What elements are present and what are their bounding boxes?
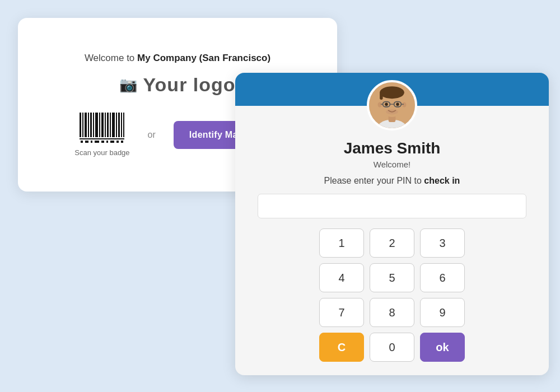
svg-rect-18	[81, 141, 83, 143]
avatar-wrapper	[367, 80, 417, 130]
svg-point-34	[402, 102, 406, 108]
svg-rect-15	[121, 113, 122, 137]
svg-rect-3	[88, 113, 89, 137]
numpad-key-6[interactable]: 6	[420, 263, 465, 292]
avatar	[367, 80, 417, 130]
pin-prompt: Please enter your PIN to check in	[324, 176, 460, 186]
svg-rect-20	[91, 141, 92, 143]
svg-rect-23	[106, 141, 108, 143]
svg-rect-14	[118, 113, 120, 137]
svg-rect-17	[80, 138, 124, 139]
pin-prompt-prefix: Please enter your PIN to	[324, 176, 424, 185]
svg-point-40	[385, 102, 388, 105]
svg-rect-4	[90, 113, 92, 137]
numpad-key-0[interactable]: 0	[370, 333, 414, 362]
svg-rect-6	[95, 113, 98, 137]
user-name: James Smith	[344, 139, 441, 157]
svg-rect-1	[82, 113, 83, 137]
right-card: James Smith Welcome! Please enter your P…	[235, 73, 549, 375]
numpad-key-5[interactable]: 5	[370, 263, 414, 292]
svg-rect-16	[123, 113, 124, 137]
pin-input[interactable]	[258, 194, 526, 218]
svg-rect-32	[380, 92, 382, 100]
numpad-key-7[interactable]: 7	[319, 298, 364, 327]
numpad-key-2[interactable]: 2	[370, 228, 414, 258]
svg-rect-8	[101, 113, 104, 137]
clear-button[interactable]: C	[319, 333, 364, 362]
svg-rect-19	[85, 141, 88, 143]
pin-prompt-action: check in	[424, 176, 460, 185]
numpad-key-8[interactable]: 8	[370, 298, 414, 327]
ok-button[interactable]: ok	[420, 333, 465, 362]
logo-area: 📷 Your logo	[119, 74, 235, 96]
company-name: My Company (San Francisco)	[137, 53, 270, 63]
welcome-prefix: Welcome to	[85, 53, 137, 63]
numpad-key-1[interactable]: 1	[319, 228, 364, 258]
svg-rect-9	[105, 113, 106, 137]
svg-point-41	[396, 102, 399, 105]
barcode-icon	[80, 113, 124, 144]
svg-rect-5	[93, 113, 94, 137]
camera-icon: 📷	[119, 76, 137, 94]
svg-rect-26	[121, 141, 123, 143]
svg-rect-10	[107, 113, 109, 137]
svg-rect-0	[80, 113, 81, 137]
svg-rect-2	[85, 113, 87, 137]
welcome-subtitle: Welcome!	[374, 160, 410, 169]
scan-label: Scan your badge	[74, 148, 129, 157]
card-header	[235, 73, 549, 106]
svg-rect-21	[95, 141, 99, 143]
or-text: or	[148, 130, 156, 140]
numpad-key-9[interactable]: 9	[420, 298, 465, 327]
numpad-key-3[interactable]: 3	[420, 228, 465, 258]
barcode-area: Scan your badge	[74, 113, 129, 157]
welcome-text: Welcome to My Company (San Francisco)	[85, 53, 270, 64]
svg-point-33	[377, 102, 381, 108]
numpad-key-4[interactable]: 4	[319, 263, 364, 292]
svg-point-42	[386, 109, 398, 114]
svg-rect-12	[112, 113, 115, 137]
card-body: James Smith Welcome! Please enter your P…	[235, 137, 549, 375]
svg-point-31	[380, 86, 404, 99]
svg-rect-25	[116, 141, 119, 143]
svg-rect-22	[101, 141, 104, 143]
svg-rect-13	[116, 113, 117, 137]
avatar-image	[369, 80, 415, 130]
svg-rect-11	[110, 113, 111, 137]
svg-rect-24	[110, 141, 114, 143]
logo-text: Your logo	[143, 74, 235, 96]
numpad: 123456789C0ok	[319, 228, 465, 362]
svg-rect-7	[99, 113, 100, 137]
